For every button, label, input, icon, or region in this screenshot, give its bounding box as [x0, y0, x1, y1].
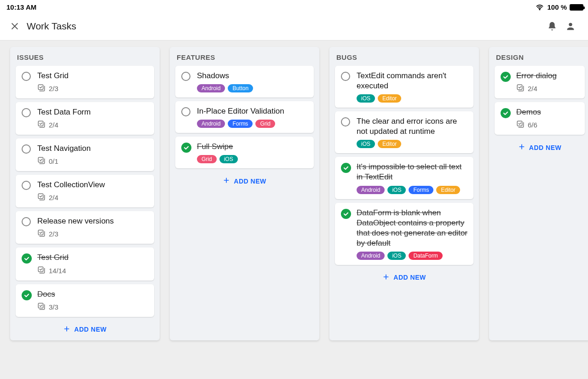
task-body: TextEdit commands aren't executediOSEdit… [357, 71, 467, 103]
tag[interactable]: Android [197, 120, 225, 128]
subtasks-value: 2/4 [49, 121, 58, 129]
tag[interactable]: Android [357, 252, 385, 260]
task-checkbox[interactable] [22, 290, 32, 300]
subtasks-count: 2/4 [37, 193, 148, 202]
task-title: In-Place Editor Validation [197, 106, 308, 116]
tag[interactable]: iOS [219, 155, 238, 163]
tag[interactable]: DataForm [409, 252, 442, 260]
tag[interactable]: iOS [387, 252, 406, 260]
tag[interactable]: Grid [197, 155, 217, 163]
add-new-button[interactable]: ADD NEW [175, 172, 314, 187]
task-card[interactable]: The clear and error icons are not update… [335, 111, 473, 153]
subtasks-count: 0/1 [37, 156, 148, 166]
task-checkbox[interactable] [341, 117, 351, 127]
task-checkbox[interactable] [181, 107, 191, 117]
task-title: Error dialog [516, 71, 579, 81]
tag[interactable]: Button [228, 84, 253, 92]
add-new-button[interactable]: ADD NEW [335, 269, 473, 284]
task-body: Release new versions2/3 [37, 216, 148, 239]
task-card[interactable]: ShadowsAndroidButton [175, 66, 314, 98]
check-open-icon [22, 217, 31, 226]
tag[interactable]: Editor [378, 140, 401, 148]
check-open-icon [22, 181, 31, 190]
task-card[interactable]: Full SwipeGridiOS [175, 137, 314, 168]
task-body: Error dialog2/4 [516, 71, 579, 93]
subtasks-value: 2/3 [49, 85, 58, 92]
svg-rect-2 [38, 85, 43, 90]
check-open-icon [341, 117, 350, 126]
task-checkbox[interactable] [501, 72, 511, 82]
app-header: Work Tasks [0, 12, 588, 40]
task-checkbox[interactable] [22, 108, 32, 118]
board-column: BugsTextEdit commands aren't executediOS… [329, 47, 479, 340]
check-open-icon [22, 144, 31, 154]
task-card[interactable]: Test Data Form2/4 [16, 102, 154, 135]
task-title: Test Navigation [37, 144, 148, 154]
task-tags: AndroidFormsGrid [197, 120, 308, 128]
task-card[interactable]: Error dialog2/4 [495, 66, 585, 98]
tag[interactable]: Forms [409, 186, 433, 194]
subtasks-icon [516, 84, 525, 93]
status-battery: 100 % [535, 3, 583, 11]
account-button[interactable] [561, 17, 580, 35]
task-card[interactable]: Test Grid2/3 [16, 66, 154, 98]
svg-rect-6 [38, 230, 43, 235]
task-body: In-Place Editor ValidationAndroidFormsGr… [197, 106, 308, 128]
task-card[interactable]: It's impossible to select all text in Te… [335, 157, 473, 199]
tag[interactable]: Android [357, 186, 385, 194]
close-button[interactable] [8, 20, 21, 33]
tag[interactable]: Grid [255, 120, 275, 128]
task-card[interactable]: Release new versions2/3 [16, 211, 154, 244]
column-title: Design [495, 53, 585, 61]
task-checkbox[interactable] [22, 181, 32, 191]
task-checkbox[interactable] [22, 217, 32, 227]
task-checkbox[interactable] [341, 72, 351, 82]
task-card[interactable]: Docs3/3 [16, 284, 154, 317]
column-title: Bugs [335, 53, 473, 61]
notifications-button[interactable] [543, 17, 561, 35]
task-checkbox[interactable] [341, 163, 351, 173]
tag[interactable]: iOS [357, 94, 375, 103]
plus-icon [63, 325, 70, 334]
check-done-icon [341, 163, 351, 173]
task-card[interactable]: Test Navigation0/1 [16, 138, 154, 171]
task-checkbox[interactable] [341, 209, 351, 219]
board-column: IssuesTest Grid2/3Test Data Form2/4Test … [10, 47, 160, 340]
add-new-button[interactable]: ADD NEW [16, 321, 154, 336]
task-card[interactable]: Demos6/6 [495, 102, 585, 135]
task-checkbox[interactable] [22, 253, 32, 264]
tag[interactable]: Editor [378, 94, 401, 103]
task-checkbox[interactable] [22, 72, 32, 82]
tag[interactable]: Forms [228, 120, 253, 128]
task-card[interactable]: Test Grid14/14 [16, 247, 154, 280]
subtasks-value: 2/4 [49, 194, 58, 201]
task-checkbox[interactable] [181, 143, 191, 153]
task-title: The clear and error icons are not update… [357, 116, 467, 137]
subtasks-value: 14/14 [49, 267, 66, 275]
task-title: Shadows [197, 71, 308, 81]
task-card[interactable]: Test CollectionView2/4 [16, 175, 154, 207]
tag[interactable]: Android [197, 84, 225, 92]
plus-icon [518, 143, 525, 152]
add-new-button[interactable]: ADD NEW [495, 138, 585, 154]
board-column: FeaturesShadowsAndroidButtonIn-Place Edi… [170, 47, 319, 340]
task-card[interactable]: DataForm is blank when DataObject contai… [335, 203, 473, 265]
svg-rect-3 [38, 121, 43, 126]
task-card[interactable]: TextEdit commands aren't executediOSEdit… [335, 66, 473, 108]
check-open-icon [341, 72, 350, 81]
task-tags: iOSEditor [357, 94, 467, 103]
tag[interactable]: iOS [357, 140, 375, 148]
subtasks-icon [37, 156, 46, 166]
check-done-icon [22, 253, 32, 264]
task-tags: AndroidButton [197, 84, 308, 92]
task-checkbox[interactable] [181, 72, 191, 82]
page-title: Work Tasks [27, 21, 543, 32]
task-checkbox[interactable] [501, 108, 511, 118]
task-card[interactable]: In-Place Editor ValidationAndroidFormsGr… [175, 101, 314, 133]
tag[interactable]: Editor [436, 186, 460, 194]
subtasks-icon [37, 302, 46, 312]
task-body: Test CollectionView2/4 [37, 180, 148, 202]
tag[interactable]: iOS [387, 186, 406, 194]
subtasks-icon [516, 120, 525, 130]
task-checkbox[interactable] [22, 144, 32, 155]
